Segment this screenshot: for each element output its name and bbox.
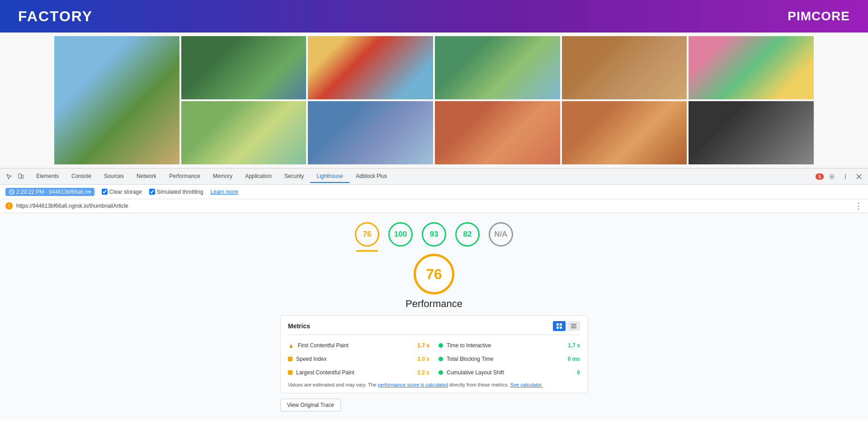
big-score-circle: 76 [414,254,454,294]
url-text: https://944613bf66a6.ngrok.io/thumbnailA… [16,203,851,209]
devtools-tab-controls [4,171,26,182]
tab-performance[interactable]: Performance [163,170,207,183]
url-warning-icon: ! [5,202,13,210]
score-tab-accessibility[interactable]: 100 [388,222,413,247]
url-more-button[interactable]: ⋮ [854,201,863,211]
gallery-item[interactable] [689,101,814,164]
metric-row-tti: Time to Interactive 1.7 s [439,340,580,350]
big-score-value: 76 [426,266,442,283]
settings-icon-btn[interactable] [826,171,837,182]
lcp-name: Largest Contentful Paint [296,369,414,376]
list-view-button[interactable] [567,321,580,331]
svg-rect-9 [557,326,559,329]
see-calculator-link[interactable]: See calculator. [510,382,543,387]
simulated-throttling-label[interactable]: Simulated throttling [149,189,203,195]
tti-icon [439,343,443,348]
tab-sources[interactable]: Sources [98,170,130,183]
metrics-header: Metrics [288,321,580,335]
si-value: 2.0 s [417,356,429,362]
metric-row-si: Speed Index 2.0 s [288,354,429,364]
metric-row-fcp: ▲ First Contentful Paint 1.7 s [288,340,429,350]
score-tab-pwa[interactable]: N/A [489,222,513,247]
gallery-item[interactable] [181,36,307,99]
lcp-value: 2.2 s [417,369,429,376]
devtools-url-row: ! https://944613bf66a6.ngrok.io/thumbnai… [0,199,868,213]
gallery-item[interactable] [54,36,179,164]
devtools-toolbar: 2:20:22 PM - 944613bf66a6.n▾ Clear stora… [0,185,868,199]
tbt-value: 0 ms [568,356,580,362]
gallery-item[interactable] [308,101,433,164]
tti-value: 1.7 s [568,342,580,349]
trace-button-row: View Original Trace [280,399,588,411]
tab-security[interactable]: Security [278,170,310,183]
score-tabs: 76 100 93 82 N/A [0,222,868,247]
fcp-icon: ▲ [288,342,294,349]
metrics-grid: ▲ First Contentful Paint 1.7 s Time to I… [288,340,580,378]
close-icon-btn[interactable] [854,171,864,182]
metrics-footnote: Values are estimated and may vary. The p… [288,382,580,387]
gallery-item[interactable] [689,36,814,99]
learn-more-link[interactable]: Learn more [211,189,238,195]
tti-name: Time to Interactive [447,342,564,349]
score-tab-seo[interactable]: 82 [455,222,480,247]
gallery-item[interactable] [308,36,433,99]
svg-point-5 [845,177,846,178]
tab-lighthouse[interactable]: Lighthouse [310,170,349,183]
gallery-item[interactable] [181,101,307,164]
clear-storage-label[interactable]: Clear storage [102,189,142,195]
svg-rect-8 [560,323,562,326]
device-icon-btn[interactable] [15,171,26,182]
fcp-value: 1.7 s [417,342,429,349]
tab-console[interactable]: Console [65,170,98,183]
si-name: Speed Index [296,356,414,362]
view-original-trace-button[interactable]: View Original Trace [280,399,341,411]
perf-score-link[interactable]: performance score is calculated [378,382,448,387]
svg-point-3 [845,174,846,175]
metric-row-lcp: Largest Contentful Paint 2.2 s [288,368,429,378]
gallery [0,33,868,168]
tbt-name: Total Blocking Time [447,356,564,362]
svg-rect-10 [560,326,562,329]
tab-adblock[interactable]: Adblock Plus [349,170,393,183]
run-label: 2:20:22 PM - 944613bf66a6.n▾ [16,189,91,195]
tab-application[interactable]: Application [239,170,278,183]
simulated-throttling-checkbox[interactable] [149,189,155,195]
score-tab-best-practices[interactable]: 93 [422,222,446,247]
cls-icon [439,370,443,375]
metric-row-cls: Cumulative Layout Shift 0 [439,368,580,378]
gallery-item[interactable] [562,36,687,99]
fcp-name: First Contentful Paint [298,342,414,349]
tab-memory[interactable]: Memory [207,170,239,183]
metrics-section: Metrics ▲ First Contentful Paint 1.7 s [280,315,588,393]
svg-point-4 [845,176,846,177]
tbt-icon [439,357,443,361]
cls-value: 0 [577,369,580,376]
cls-name: Cumulative Layout Shift [447,369,573,376]
metrics-title: Metrics [288,322,310,330]
more-tabs-icon-btn[interactable] [840,171,851,182]
cursor-icon-btn[interactable] [4,171,14,182]
big-score-container: 76 Performance [0,254,868,310]
devtools-panel: Elements Console Sources Network Perform… [0,168,868,420]
devtools-tab-items: Elements Console Sources Network Perform… [30,170,816,183]
grid-view-button[interactable] [553,321,566,331]
big-score-title: Performance [406,298,462,310]
gallery-item[interactable] [435,101,560,164]
svg-point-2 [831,176,833,177]
devtools-tab-right-controls: 5 [816,171,864,182]
gallery-item[interactable] [435,36,560,99]
gallery-item[interactable] [562,101,687,164]
tab-elements[interactable]: Elements [30,170,65,183]
site-header: FACTORY PIMCORE [0,0,868,33]
metrics-view-buttons [553,321,580,331]
pimcore-logo: PIMCORE [788,9,850,23]
factory-logo: FACTORY [18,8,93,25]
run-audit-button[interactable]: 2:20:22 PM - 944613bf66a6.n▾ [5,188,94,196]
clear-storage-checkbox[interactable] [102,189,108,195]
score-tab-performance[interactable]: 76 [355,222,379,247]
metric-row-tbt: Total Blocking Time 0 ms [439,354,580,364]
tab-network[interactable]: Network [130,170,163,183]
svg-rect-7 [557,323,559,326]
error-badge: 5 [816,173,824,180]
svg-rect-1 [22,175,24,178]
